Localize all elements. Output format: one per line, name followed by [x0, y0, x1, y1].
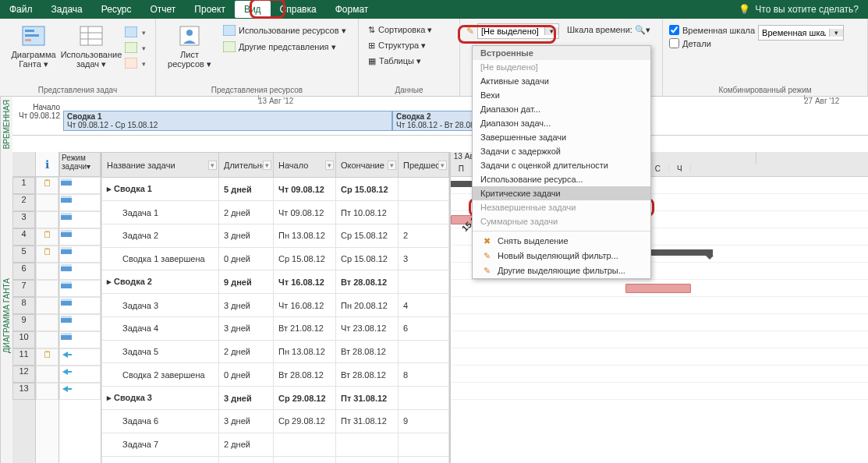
gantt-bar-task[interactable]	[625, 284, 691, 293]
timeline-view-select[interactable]: ▾	[758, 25, 844, 41]
filter-menu-item[interactable]: Незавершенные задачи	[473, 200, 650, 214]
timeline-start-label: Начало	[12, 103, 60, 111]
gantt-view-button[interactable]: Диаграмма Ганта ▾	[6, 22, 61, 70]
row-header[interactable]: 12	[12, 366, 35, 383]
svg-rect-13	[223, 25, 236, 36]
table-row[interactable]: Сводка 1 завершена0 днейСр 15.08.12Ср 15…	[102, 247, 449, 270]
table-row[interactable]: Задача 43 днейВт 21.08.12Чт 23.08.126	[102, 316, 449, 340]
task-mode-cell[interactable]	[59, 331, 101, 348]
menu-отчет[interactable]: Отчет	[140, 1, 185, 18]
tellme-text[interactable]: Что вы хотите сделать?	[755, 4, 859, 15]
task-mode-cell[interactable]	[59, 194, 101, 211]
svg-rect-21	[61, 232, 72, 237]
info-cell: 🗒	[36, 246, 58, 263]
filter-menu-item[interactable]: Диапазон дат...	[473, 102, 650, 116]
table-row[interactable]: ▸ Сводка 15 днейЧт 09.08.12Ср 15.08.12	[102, 178, 449, 201]
task-mode-cell[interactable]	[59, 246, 101, 263]
filter-menu-item[interactable]: Активные задачи	[473, 74, 650, 88]
task-mode-cell[interactable]	[59, 211, 101, 228]
table-row[interactable]: ▸ Сводка 29 днейЧт 16.08.12Вт 28.08.12	[102, 270, 449, 294]
highlight-filter-value[interactable]	[478, 26, 544, 37]
task-mode-cell[interactable]	[59, 228, 101, 246]
task-mode-cell[interactable]	[59, 280, 101, 297]
table-row[interactable]: Задача 72 дней	[102, 433, 449, 456]
row-header[interactable]: 8	[12, 297, 35, 314]
timeline-strip[interactable]: Начало Чт 09.08.12 13 Авг '1227 Авг '12С…	[12, 97, 868, 136]
zoom-icon[interactable]: 🔍▾	[635, 25, 650, 34]
filter-menu-item[interactable]: Вехи	[473, 88, 650, 102]
task-mode-cell[interactable]	[59, 348, 101, 366]
row-header[interactable]: 7	[12, 280, 35, 297]
gantt-row	[451, 366, 868, 383]
menu-файл[interactable]: Файл	[0, 1, 42, 18]
resource-usage-item[interactable]: Использование ресурсов ▾	[220, 23, 349, 37]
row-header[interactable]: 6	[12, 263, 35, 280]
table-row[interactable]: Задача 8TBD	[102, 456, 449, 463]
row-header[interactable]: 5	[12, 246, 35, 263]
highlight-filter-dropdown[interactable]: ▾	[477, 23, 559, 39]
filter-menu-item[interactable]: Суммарные задачи	[473, 214, 650, 228]
ribbon-mini-1[interactable]	[122, 25, 149, 39]
svg-rect-23	[61, 249, 72, 254]
svg-rect-31	[61, 318, 72, 323]
filter-menu-item[interactable]: Критические задачи	[473, 186, 650, 200]
menu-проект[interactable]: Проект	[185, 1, 235, 18]
row-header[interactable]: 1	[12, 177, 35, 194]
info-cell	[36, 211, 58, 228]
filter-menu-item[interactable]: [Не выделено]	[473, 60, 650, 74]
timeline-checkbox[interactable]: Временная шкала	[669, 25, 755, 35]
table-row[interactable]: ▸ Сводка 33 днейСр 29.08.12Пт 31.08.12	[102, 387, 449, 410]
menu-вид[interactable]: Вид	[235, 1, 271, 18]
info-cell	[36, 331, 58, 348]
row-header[interactable]: 4	[12, 228, 35, 246]
ribbon-mini-3[interactable]	[122, 56, 149, 70]
filter-menu-item[interactable]: Диапазон задач...	[473, 116, 650, 130]
timeline-lane[interactable]: Сводка 1Чт 09.08.12 - Ср 15.08.12	[63, 111, 392, 131]
row-header[interactable]: 3	[12, 211, 35, 228]
other-views-item[interactable]: Другие представления ▾	[220, 40, 349, 54]
filter-menu-action[interactable]: ✎Другие выделяющие фильтры...	[473, 263, 650, 278]
tables-item[interactable]: ▦ Таблицы ▾	[365, 55, 435, 68]
filter-menu-item[interactable]: Завершенные задачи	[473, 130, 650, 144]
task-mode-cell[interactable]	[59, 314, 101, 331]
filter-menu-item[interactable]: Использование ресурса...	[473, 172, 650, 186]
table-row[interactable]: Задача 63 днейСр 29.08.12Пт 31.08.129	[102, 410, 449, 433]
filter-menu-action[interactable]: ✖Снять выделение	[473, 234, 650, 249]
filter-menu-action[interactable]: ✎Новый выделяющий фильтр...	[473, 249, 650, 263]
row-header[interactable]: 9	[12, 314, 35, 331]
auto-icon	[60, 332, 74, 343]
info-cell	[36, 280, 58, 297]
row-header[interactable]: 10	[12, 331, 35, 348]
svg-rect-1	[25, 30, 34, 32]
table-row[interactable]: Сводка 2 завершена0 днейВт 28.08.12Вт 28…	[102, 363, 449, 387]
filter-menu-item[interactable]: Задачи с задержкой	[473, 144, 650, 158]
task-usage-button[interactable]: Использование задач ▾	[64, 22, 119, 70]
ribbon-mini-2[interactable]	[122, 41, 149, 55]
task-table[interactable]: Название задачи▾ Длительнс▾ Начало▾ Окон…	[101, 152, 449, 463]
menu-ресурс[interactable]: Ресурс	[92, 1, 141, 18]
task-mode-cell[interactable]	[59, 263, 101, 280]
row-header[interactable]: 11	[12, 348, 35, 366]
menu-формат[interactable]: Формат	[326, 1, 378, 18]
resource-sheet-button[interactable]: Лист ресурсов ▾	[162, 22, 217, 70]
menu-справка[interactable]: Справка	[271, 1, 326, 18]
auto-icon	[60, 195, 74, 206]
row-header[interactable]: 13	[12, 383, 35, 400]
task-mode-cell[interactable]	[59, 177, 101, 194]
outline-item[interactable]: ⊞ Структура ▾	[365, 39, 435, 52]
details-checkbox[interactable]: Детали	[669, 38, 755, 48]
chevron-down-icon[interactable]: ▾	[544, 27, 558, 35]
table-row[interactable]: Задача 12 днейЧт 09.08.12Пт 10.08.12	[102, 201, 449, 224]
filter-menu-item[interactable]: Задачи с оценкой длительности	[473, 158, 650, 172]
task-mode-cell[interactable]	[59, 297, 101, 314]
sort-item[interactable]: ⇅ Сортировка ▾	[365, 23, 435, 37]
chevron-down-icon[interactable]: ▾	[829, 29, 843, 37]
gantt-day-label: П	[451, 164, 473, 173]
table-row[interactable]: Задача 23 днейПн 13.08.12Ср 15.08.122	[102, 224, 449, 247]
task-mode-cell[interactable]	[59, 383, 101, 400]
table-row[interactable]: Задача 52 днейПн 13.08.12Вт 28.08.12	[102, 340, 449, 363]
table-row[interactable]: Задача 33 днейЧт 16.08.12Пн 20.08.124	[102, 294, 449, 317]
task-mode-cell[interactable]	[59, 366, 101, 383]
row-header[interactable]: 2	[12, 194, 35, 211]
menu-задача[interactable]: Задача	[42, 1, 92, 18]
